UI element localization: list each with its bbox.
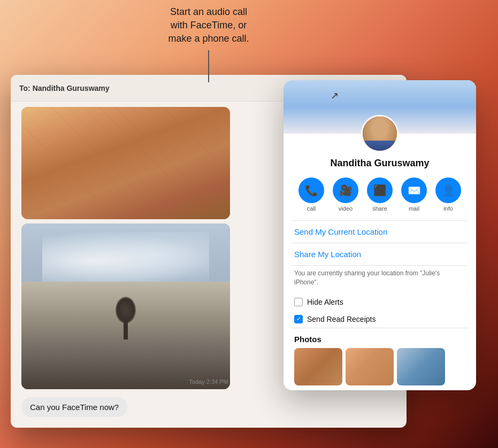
message-images xyxy=(21,102,230,389)
photos-section: Photos xyxy=(284,328,476,389)
video-button[interactable]: 🎥 video xyxy=(333,177,358,212)
call-button[interactable]: 📞 call xyxy=(298,177,324,212)
mail-button[interactable]: ✉️ mail xyxy=(401,177,427,212)
recipient-name: Nanditha Guruswamy xyxy=(33,84,110,92)
send-location-label: Send My Current Location xyxy=(294,227,387,236)
photo-thumbnail-2[interactable] xyxy=(346,348,394,385)
video-label: video xyxy=(339,205,353,212)
share-label: share xyxy=(372,205,387,212)
share-icon: ⬛ xyxy=(367,177,393,203)
messages-to-field: To: Nanditha Guruswamy xyxy=(19,84,110,92)
send-read-receipts-label: Send Read Receipts xyxy=(307,315,376,323)
mail-label: mail xyxy=(409,205,419,212)
to-label: To: xyxy=(19,84,30,92)
hide-alerts-item[interactable]: Hide Alerts xyxy=(284,293,476,311)
avatar-shirt xyxy=(363,141,397,151)
contact-panel: Nanditha Guruswamy 📞 call 🎥 video ⬛ shar… xyxy=(284,80,476,390)
desert-image xyxy=(21,107,230,219)
share-location-item[interactable]: Share My Location xyxy=(284,243,476,265)
hide-alerts-checkbox[interactable] xyxy=(294,298,303,306)
landscape-image xyxy=(21,223,230,389)
photo-thumbnail-3[interactable] xyxy=(397,348,445,385)
call-label: call xyxy=(307,205,316,212)
tooltip-line xyxy=(208,50,209,82)
send-read-receipts-checkbox[interactable]: ✓ xyxy=(294,315,303,323)
tooltip: Start an audio call with FaceTime, or ma… xyxy=(134,5,284,82)
share-location-label: Share My Location xyxy=(294,250,361,259)
avatar-container xyxy=(361,115,399,152)
cursor: ↗ xyxy=(331,90,341,101)
action-buttons-row: 📞 call 🎥 video ⬛ share ✉️ mail 👤 info xyxy=(294,177,465,212)
info-panel-button[interactable]: 👤 info xyxy=(435,177,461,212)
send-read-receipts-item[interactable]: ✓ Send Read Receipts xyxy=(284,311,476,328)
photos-label: Photos xyxy=(294,335,465,344)
tooltip-text: Start an audio call with FaceTime, or ma… xyxy=(134,5,284,46)
mail-icon: ✉️ xyxy=(401,177,427,203)
hide-alerts-label: Hide Alerts xyxy=(307,298,343,306)
photos-grid xyxy=(294,348,465,385)
desert-texture xyxy=(21,107,230,219)
send-location-item[interactable]: Send My Current Location xyxy=(284,221,476,243)
photo-thumbnail-1[interactable] xyxy=(294,348,342,385)
call-icon: 📞 xyxy=(298,177,324,203)
contact-panel-name: Nanditha Guruswamy xyxy=(284,158,476,169)
landscape-tree xyxy=(124,318,128,339)
share-button[interactable]: ⬛ share xyxy=(367,177,393,212)
avatar xyxy=(361,115,399,152)
video-icon: 🎥 xyxy=(333,177,358,203)
location-sharing-text: You are currently sharing your location … xyxy=(284,266,476,293)
panel-gradient xyxy=(284,80,476,134)
info-icon: 👤 xyxy=(435,177,461,203)
info-label: info xyxy=(443,205,453,212)
message-bubble: Can you FaceTime now? xyxy=(21,397,127,417)
